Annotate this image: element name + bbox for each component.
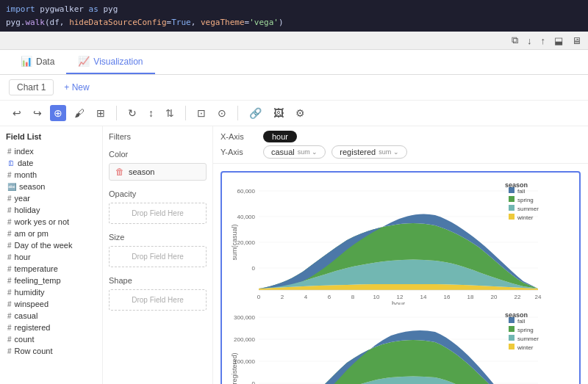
chart-container: sum(casual) 60,000 40,000 20,000 0	[220, 171, 581, 384]
upload-icon-btn[interactable]: ↑	[539, 34, 548, 48]
field-item-year[interactable]: # year	[6, 192, 96, 204]
refresh-button[interactable]: ↻	[124, 105, 140, 121]
undo-button[interactable]: ↩	[9, 105, 25, 121]
settings-button[interactable]: ⚙	[292, 105, 309, 121]
remove-color-icon[interactable]: 🗑	[115, 167, 124, 177]
reset-button[interactable]: ⊙	[214, 105, 230, 121]
color-field-chip[interactable]: 🗑 season	[109, 163, 207, 181]
field-item-index[interactable]: # index	[6, 145, 96, 157]
zoom-button[interactable]: ⊡	[193, 105, 209, 121]
sort2-button[interactable]: ⇅	[162, 105, 178, 121]
field-type-icon: #	[7, 253, 12, 261]
add-chart-button[interactable]: + New	[60, 80, 93, 95]
color-label: Color	[109, 150, 207, 159]
field-item-am-or-pm[interactable]: # am or pm	[6, 228, 96, 239]
legend-winter-swatch	[509, 214, 514, 220]
x-axis-field[interactable]: hour	[263, 131, 297, 142]
reg-legend-summer-swatch	[509, 335, 514, 341]
field-type-icon: #	[7, 230, 12, 238]
chart-tabs-bar: Chart 1 + New	[0, 75, 588, 101]
toolbar-separator-3	[237, 106, 238, 120]
field-item-season[interactable]: 🔤 season	[6, 181, 96, 192]
field-item-registered[interactable]: # registered	[6, 322, 96, 333]
chart-tab-1[interactable]: Chart 1	[9, 79, 54, 95]
redo-button[interactable]: ↪	[29, 105, 46, 121]
y-axis-label: Y-Axis	[220, 148, 257, 156]
x-tick-8: 8	[351, 294, 355, 300]
link-button[interactable]: 🔗	[245, 105, 265, 121]
opacity-drop-zone[interactable]: Drop Field Here	[109, 203, 207, 224]
code-bar: import pygwalker as pyg pyg.walk(df, hid…	[0, 0, 588, 32]
field-type-icon: #	[7, 218, 12, 226]
display-icon-btn[interactable]: 🖥	[570, 34, 584, 48]
x-tick-2: 2	[281, 294, 284, 300]
field-type-icon: #	[7, 336, 12, 344]
field-type-icon: #	[7, 171, 12, 179]
field-item-work-yes-or-not[interactable]: # work yes or not	[6, 216, 96, 228]
shape-section: Shape Drop Field Here	[109, 276, 207, 311]
layers-button[interactable]: ⊞	[93, 105, 109, 121]
y-axis-field-casual[interactable]: casual sum ⌄	[263, 145, 326, 159]
field-list-title: Field List	[6, 132, 96, 141]
x-tick-16: 16	[444, 294, 451, 300]
reg-legend-fall-label: fall	[517, 318, 525, 325]
field-type-icon: #	[7, 206, 12, 214]
x-axis-label: X-Axis	[220, 132, 257, 141]
field-type-icon: #	[7, 300, 12, 308]
image-button[interactable]: 🖼	[270, 105, 287, 121]
field-item-date[interactable]: 🗓 date	[6, 157, 96, 169]
data-tab-icon: 📊	[21, 56, 32, 67]
paint-button[interactable]: 🖌	[71, 105, 88, 121]
reg-legend-winter-swatch	[509, 344, 514, 349]
legend-fall-label: fall	[517, 188, 525, 195]
y-tick: 40,000	[237, 214, 256, 220]
y-axis-row: Y-Axis casual sum ⌄ registered sum ⌄	[220, 145, 581, 159]
viz-tab-icon: 📈	[78, 56, 90, 67]
x-tick-20: 20	[491, 294, 498, 300]
x-tick-12: 12	[397, 294, 404, 300]
field-item-winspeed[interactable]: # winspeed	[6, 298, 96, 310]
y-tick: 60,000	[237, 188, 256, 195]
top-icons-bar: ⧉ ↓ ↑ ⬓ 🖥	[0, 32, 588, 50]
field-item-feeling-temp[interactable]: # feeling_temp	[6, 275, 96, 286]
field-type-icon: #	[7, 195, 12, 203]
color-field-name: season	[129, 167, 154, 176]
field-item-temperature[interactable]: # temperature	[6, 263, 96, 275]
field-item-month[interactable]: # month	[6, 169, 96, 181]
field-type-icon: #	[7, 265, 12, 273]
x-axis-row: X-Axis hour	[220, 131, 581, 142]
code-line-1: import pygwalker as pyg	[6, 3, 582, 16]
x-tick-24: 24	[535, 294, 542, 300]
main-tabs: 📊 Data 📈 Visualization	[0, 50, 588, 75]
opacity-label: Opacity	[109, 189, 207, 198]
copy-icon-btn[interactable]: ⧉	[509, 33, 520, 48]
size-drop-zone[interactable]: Drop Field Here	[109, 246, 207, 267]
field-item-count[interactable]: # count	[6, 333, 96, 345]
sort1-button[interactable]: ↕	[145, 105, 157, 121]
legend-summer-swatch	[509, 205, 514, 211]
shape-drop-zone[interactable]: Drop Field Here	[109, 289, 207, 311]
field-type-icon: #	[7, 324, 12, 332]
field-item-humidity[interactable]: # humidity	[6, 286, 96, 298]
toolbar: ↩ ↪ ⊕ 🖌 ⊞ ↻ ↕ ⇅ ⊡ ⊙ 🔗 🖼 ⚙	[0, 101, 588, 126]
casual-chart: sum(casual) 60,000 40,000 20,000 0	[229, 180, 567, 305]
x-tick-0: 0	[257, 294, 261, 300]
x-axis-label-text: hour	[392, 300, 405, 305]
field-type-icon: #	[7, 277, 12, 285]
legend-spring-swatch	[509, 196, 514, 202]
registered-y-label: sum(registered)	[231, 353, 238, 384]
tab-data[interactable]: 📊 Data	[9, 50, 66, 74]
download-icon-btn[interactable]: ↓	[525, 34, 534, 48]
size-label: Size	[109, 233, 207, 242]
tab-visualization[interactable]: 📈 Visualization	[66, 50, 154, 74]
field-item-holiday[interactable]: # holiday	[6, 204, 96, 216]
field-item-day-of-week[interactable]: # Day of the week	[6, 239, 96, 251]
field-item-casual[interactable]: # casual	[6, 310, 96, 322]
window-icon-btn[interactable]: ⬓	[552, 34, 565, 48]
field-item-row-count[interactable]: # Row count	[6, 345, 96, 357]
y-tick: 0	[252, 380, 256, 384]
y-axis-field-registered[interactable]: registered sum ⌄	[331, 145, 406, 159]
field-item-hour[interactable]: # hour	[6, 251, 96, 263]
drag-mode-button[interactable]: ⊕	[50, 105, 66, 121]
field-type-icon: #	[7, 242, 12, 250]
